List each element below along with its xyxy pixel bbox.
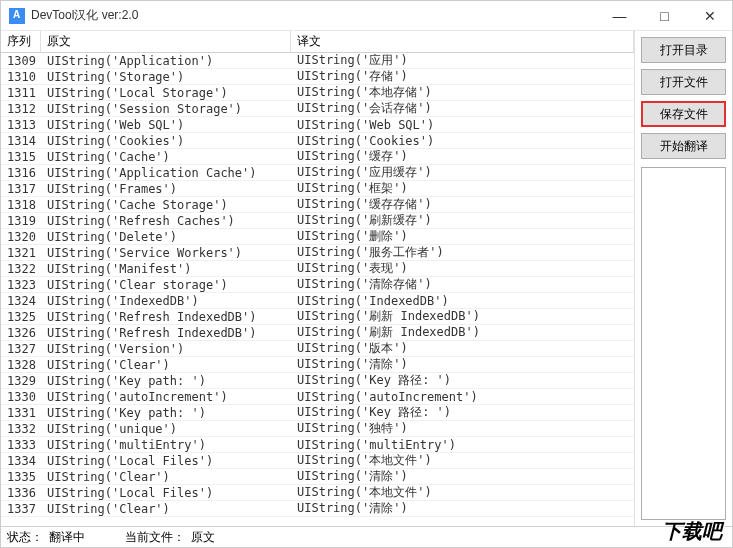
sidebar: 打开目录 打开文件 保存文件 开始翻译 xyxy=(634,31,732,526)
table-row[interactable]: 1320UIString('Delete')UIString('删除') xyxy=(1,229,634,245)
cell-trans: UIString('autoIncrement') xyxy=(291,390,634,404)
cell-seq: 1331 xyxy=(1,406,41,420)
table-row[interactable]: 1332UIString('unique')UIString('独特') xyxy=(1,421,634,437)
statusbar: 状态： 翻译中 当前文件： 原文 xyxy=(1,526,732,548)
cell-orig: UIString('Service Workers') xyxy=(41,246,291,260)
open-dir-button[interactable]: 打开目录 xyxy=(641,37,726,63)
table-row[interactable]: 1314UIString('Cookies')UIString('Cookies… xyxy=(1,133,634,149)
cell-orig: UIString('Version') xyxy=(41,342,291,356)
table-row[interactable]: 1330UIString('autoIncrement')UIString('a… xyxy=(1,389,634,405)
table-row[interactable]: 1311UIString('Local Storage')UIString('本… xyxy=(1,85,634,101)
table-row[interactable]: 1325UIString('Refresh IndexedDB')UIStrin… xyxy=(1,309,634,325)
cell-seq: 1333 xyxy=(1,438,41,452)
status-state: 状态： 翻译中 xyxy=(7,529,85,546)
table-row[interactable]: 1309UIString('Application')UIString('应用'… xyxy=(1,53,634,69)
cell-seq: 1319 xyxy=(1,214,41,228)
cell-orig: UIString('autoIncrement') xyxy=(41,390,291,404)
maximize-button[interactable]: □ xyxy=(642,1,687,31)
cell-trans: UIString('刷新 IndexedDB') xyxy=(291,324,634,341)
cell-orig: UIString('Cache Storage') xyxy=(41,198,291,212)
cell-orig: UIString('Refresh IndexedDB') xyxy=(41,310,291,324)
cell-seq: 1315 xyxy=(1,150,41,164)
cell-trans: UIString('本地存储') xyxy=(291,84,634,101)
cell-seq: 1325 xyxy=(1,310,41,324)
cell-seq: 1330 xyxy=(1,390,41,404)
status-file: 当前文件： 原文 xyxy=(125,529,215,546)
cell-seq: 1309 xyxy=(1,54,41,68)
table-row[interactable]: 1337UIString('Clear')UIString('清除') xyxy=(1,501,634,517)
window-controls: — □ ✕ xyxy=(597,1,732,30)
cell-orig: UIString('Key path: ') xyxy=(41,406,291,420)
table-row[interactable]: 1334UIString('Local Files')UIString('本地文… xyxy=(1,453,634,469)
cell-trans: UIString('会话存储') xyxy=(291,100,634,117)
table-row[interactable]: 1313UIString('Web SQL')UIString('Web SQL… xyxy=(1,117,634,133)
cell-seq: 1316 xyxy=(1,166,41,180)
table-row[interactable]: 1322UIString('Manifest')UIString('表现') xyxy=(1,261,634,277)
table-row[interactable]: 1335UIString('Clear')UIString('清除') xyxy=(1,469,634,485)
table-row[interactable]: 1324UIString('IndexedDB')UIString('Index… xyxy=(1,293,634,309)
table-row[interactable]: 1317UIString('Frames')UIString('框架') xyxy=(1,181,634,197)
cell-trans: UIString('应用') xyxy=(291,53,634,69)
cell-seq: 1328 xyxy=(1,358,41,372)
table-row[interactable]: 1327UIString('Version')UIString('版本') xyxy=(1,341,634,357)
table-row[interactable]: 1326UIString('Refresh IndexedDB')UIStrin… xyxy=(1,325,634,341)
save-file-button[interactable]: 保存文件 xyxy=(641,101,726,127)
header-orig[interactable]: 原文 xyxy=(41,31,291,53)
cell-orig: UIString('Clear') xyxy=(41,358,291,372)
cell-trans: UIString('版本') xyxy=(291,340,634,357)
cell-orig: UIString('Cache') xyxy=(41,150,291,164)
cell-orig: UIString('Clear storage') xyxy=(41,278,291,292)
table-row[interactable]: 1312UIString('Session Storage')UIString(… xyxy=(1,101,634,117)
cell-trans: UIString('应用缓存') xyxy=(291,164,634,181)
table-row[interactable]: 1316UIString('Application Cache')UIStrin… xyxy=(1,165,634,181)
state-label: 状态： xyxy=(7,529,43,546)
minimize-button[interactable]: — xyxy=(597,1,642,31)
table-row[interactable]: 1323UIString('Clear storage')UIString('清… xyxy=(1,277,634,293)
cell-orig: UIString('Delete') xyxy=(41,230,291,244)
cell-seq: 1337 xyxy=(1,502,41,516)
cell-trans: UIString('本地文件') xyxy=(291,452,634,469)
cell-trans: UIString('存储') xyxy=(291,68,634,85)
open-file-button[interactable]: 打开文件 xyxy=(641,69,726,95)
table-row[interactable]: 1331UIString('Key path: ')UIString('Key … xyxy=(1,405,634,421)
cell-seq: 1313 xyxy=(1,118,41,132)
state-value: 翻译中 xyxy=(49,529,85,546)
table-row[interactable]: 1333UIString('multiEntry')UIString('mult… xyxy=(1,437,634,453)
cell-orig: UIString('Refresh Caches') xyxy=(41,214,291,228)
cell-orig: UIString('Frames') xyxy=(41,182,291,196)
cell-orig: UIString('Local Files') xyxy=(41,486,291,500)
cell-trans: UIString('清除') xyxy=(291,468,634,485)
cell-trans: UIString('清除') xyxy=(291,356,634,373)
cell-seq: 1311 xyxy=(1,86,41,100)
cell-trans: UIString('Cookies') xyxy=(291,134,634,148)
cell-trans: UIString('IndexedDB') xyxy=(291,294,634,308)
table-row[interactable]: 1319UIString('Refresh Caches')UIString('… xyxy=(1,213,634,229)
table-body[interactable]: 1309UIString('Application')UIString('应用'… xyxy=(1,53,634,526)
cell-seq: 1312 xyxy=(1,102,41,116)
cell-orig: UIString('Clear') xyxy=(41,502,291,516)
cell-seq: 1329 xyxy=(1,374,41,388)
content-area: 序列 原文 译文 1309UIString('Application')UISt… xyxy=(1,31,732,526)
cell-orig: UIString('IndexedDB') xyxy=(41,294,291,308)
cell-seq: 1317 xyxy=(1,182,41,196)
app-icon xyxy=(9,8,25,24)
cell-orig: UIString('Manifest') xyxy=(41,262,291,276)
cell-seq: 1327 xyxy=(1,342,41,356)
cell-trans: UIString('服务工作者') xyxy=(291,244,634,261)
start-translate-button[interactable]: 开始翻译 xyxy=(641,133,726,159)
header-trans[interactable]: 译文 xyxy=(291,31,634,53)
cell-seq: 1336 xyxy=(1,486,41,500)
table-row[interactable]: 1321UIString('Service Workers')UIString(… xyxy=(1,245,634,261)
header-seq[interactable]: 序列 xyxy=(1,31,41,53)
cell-orig: UIString('Local Storage') xyxy=(41,86,291,100)
table-row[interactable]: 1336UIString('Local Files')UIString('本地文… xyxy=(1,485,634,501)
table-row[interactable]: 1315UIString('Cache')UIString('缓存') xyxy=(1,149,634,165)
cell-trans: UIString('表现') xyxy=(291,260,634,277)
cell-trans: UIString('Key 路径: ') xyxy=(291,372,634,389)
table-row[interactable]: 1328UIString('Clear')UIString('清除') xyxy=(1,357,634,373)
table-row[interactable]: 1329UIString('Key path: ')UIString('Key … xyxy=(1,373,634,389)
table-row[interactable]: 1318UIString('Cache Storage')UIString('缓… xyxy=(1,197,634,213)
window-title: DevTool汉化 ver:2.0 xyxy=(31,7,597,24)
table-row[interactable]: 1310UIString('Storage')UIString('存储') xyxy=(1,69,634,85)
close-button[interactable]: ✕ xyxy=(687,1,732,31)
